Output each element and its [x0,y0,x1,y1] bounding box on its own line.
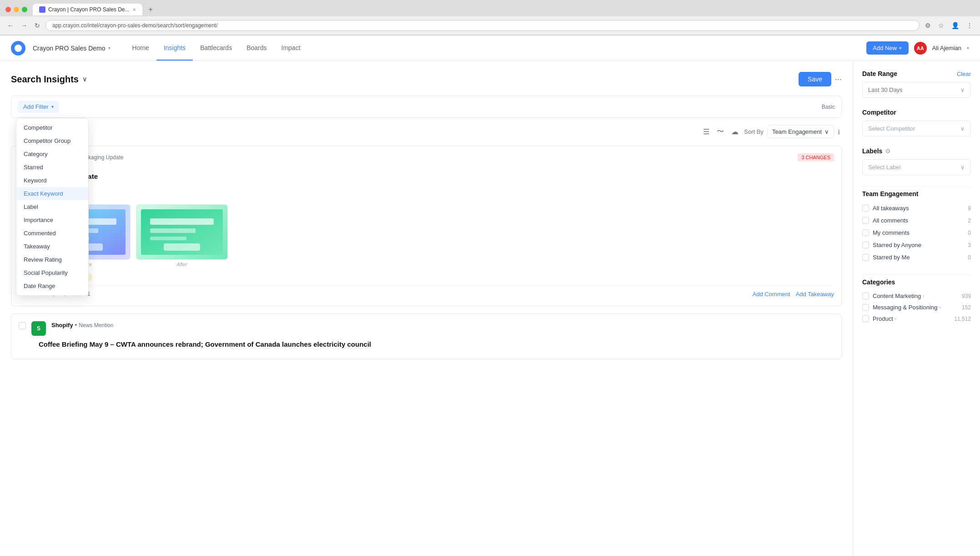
sort-select[interactable]: Team Engagement ∨ [767,125,834,138]
filter-option-importance[interactable]: Importance [16,213,88,227]
header-actions: Save ··· [799,72,842,86]
avatar[interactable]: AA [914,42,927,55]
minimize-dot[interactable] [14,7,19,12]
menu-btn[interactable]: ⋮ [965,21,975,30]
profile-btn[interactable]: 👤 [950,21,961,30]
extensions-btn[interactable]: ⚙ [923,21,933,30]
filter-option-category[interactable]: Category [16,147,88,161]
filter-option-keyword[interactable]: Keyword [16,174,88,187]
competitor-title: Competitor [862,109,896,116]
filter-option-date-range[interactable]: Date Range [16,279,88,293]
maximize-dot[interactable] [22,7,27,12]
competitor-placeholder: Select Competitor [868,125,915,132]
add-filter-button[interactable]: Add Filter ▾ [18,101,59,113]
content-marketing-left: Content Marketing › [862,293,925,299]
product-label: Product › [873,315,896,322]
address-bar[interactable]: app.crayon.co/intel/crayon-pro-sales-dem… [45,20,920,31]
competitor-select[interactable]: Select Competitor ∨ [862,121,971,136]
filter-option-exact-keyword[interactable]: Exact Keyword [16,187,88,200]
filter-option-starred[interactable]: Starred [16,161,88,174]
refresh-btn[interactable]: ↻ [33,21,42,30]
messaging-checkbox[interactable] [862,304,869,311]
content-marketing-label: Content Marketing › [873,293,925,299]
right-panel: Date Range Clear Last 30 Days ∨ Competit… [853,61,980,556]
user-chevron-icon: ▾ [967,45,969,51]
insight-card-2: S Shopify • News Mention Coffee Briefing… [11,313,842,359]
user-name: Ali Ajemian [932,45,961,51]
filter-option-label[interactable]: Label [16,200,88,213]
date-range-value: Last 30 Days [868,86,903,93]
after-image[interactable] [136,204,228,260]
starred-anyone-checkbox[interactable] [862,242,869,248]
content-area: Search Insights ∨ Save ··· Add Filter ▾ … [0,61,853,556]
nav-boards[interactable]: Boards [239,36,274,61]
my-comments-count: 0 [968,230,971,236]
save-button[interactable]: Save [799,72,831,86]
starred-me-checkbox-group: Starred by Me [862,254,910,261]
info-button[interactable]: ℹ [838,128,840,136]
close-dot[interactable] [5,7,11,12]
takeaways-checkbox[interactable] [862,205,869,212]
card-2-checkbox[interactable] [19,322,26,329]
filter-option-takeaway[interactable]: Takeaway [16,240,88,253]
team-engagement-section: Team Engagement All takeaways 9 All comm… [862,190,971,263]
nav-battlecards[interactable]: Battlecards [193,36,239,61]
page-title-chevron-icon: ∨ [82,76,87,83]
filter-bar: Add Filter ▾ Basic Competitor Competitor… [11,96,842,118]
card-1-actions: ☆ ⤴ 🏷 ★ 1 Add Comment Add Takeaway [39,285,834,298]
nav-home[interactable]: Home [125,36,156,61]
panel-divider-2 [862,274,971,275]
comments-checkbox[interactable] [862,217,869,224]
card-2-company: Shopify [51,322,73,329]
labels-select[interactable]: Select Label ∨ [862,159,971,175]
nav-right: Add New + AA Ali Ajemian ▾ [866,41,969,55]
filter-option-commented[interactable]: Commented [16,227,88,240]
tab-close-btn[interactable]: ✕ [132,7,136,12]
sort-chevron-icon: ∨ [824,128,829,135]
card-2-header: S Shopify • News Mention [19,321,834,336]
chart-view-btn[interactable]: 〜 [715,125,726,138]
my-comments-checkbox[interactable] [862,229,869,236]
nav-insights[interactable]: Insights [156,36,193,61]
brand-name[interactable]: Crayon PRO Sales Demo ▾ [33,45,111,52]
labels-settings-icon[interactable]: ⚙ [885,147,891,155]
filter-option-social-popularity[interactable]: Social Popularity [16,266,88,279]
competitor-chevron-icon: ∨ [960,125,965,132]
window-controls [5,7,27,12]
filter-option-competitor-group[interactable]: Competitor Group [16,134,88,147]
starred-me-checkbox[interactable] [862,254,869,261]
active-tab[interactable]: Crayon | Crayon PRO Sales De... ✕ [33,4,142,15]
labels-placeholder: Select Label [868,164,901,171]
add-filter-label: Add Filter [23,103,49,110]
more-options-button[interactable]: ··· [835,75,842,84]
filter-option-review-rating[interactable]: Review Rating [16,253,88,266]
page-title[interactable]: Search Insights ∨ [11,74,87,85]
engagement-item-4: Starred by Me 0 [862,251,971,263]
category-item-1: Messaging & Positioning › 152 [862,302,971,313]
svg-rect-9 [164,243,200,251]
new-tab-btn[interactable]: + [144,3,157,16]
add-takeaway-btn[interactable]: Add Takeaway [796,291,834,298]
my-comments-checkbox-group: My comments [862,229,910,236]
starred-me-label: Starred by Me [873,254,910,261]
product-checkbox[interactable] [862,315,869,322]
after-img-placeholder [136,205,227,259]
nav-impact[interactable]: Impact [274,36,308,61]
content-marketing-chevron-icon: › [923,293,924,298]
add-new-button[interactable]: Add New + [866,41,908,55]
date-range-clear-btn[interactable]: Clear [957,71,971,77]
forward-btn[interactable]: → [19,21,29,30]
date-range-title: Date Range [862,70,897,77]
product-count: 11,512 [954,316,971,322]
svg-rect-6 [150,218,214,225]
bookmark-btn[interactable]: ☆ [936,21,946,30]
back-btn[interactable]: ← [5,21,15,30]
content-marketing-checkbox[interactable] [862,293,869,299]
list-view-btn[interactable]: ☰ [701,126,711,138]
changes-badge: 3 CHANGES [798,153,834,162]
filter-option-competitor[interactable]: Competitor [16,121,88,134]
date-range-select[interactable]: Last 30 Days ∨ [862,82,971,98]
add-comment-btn[interactable]: Add Comment [753,291,790,298]
competitor-section: Competitor Select Competitor ∨ [862,109,971,136]
cloud-view-btn[interactable]: ☁ [729,126,740,138]
